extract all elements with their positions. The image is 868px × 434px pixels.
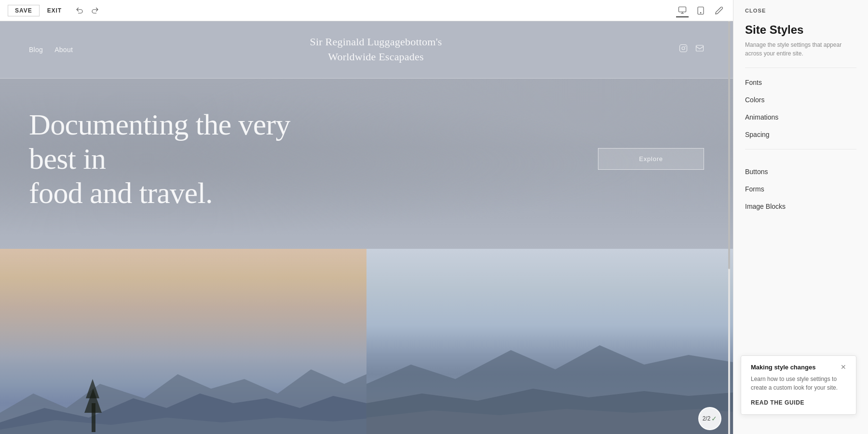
site-header-icons bbox=[679, 44, 704, 55]
preview-site: Blog About Sir Reginald Luggagebottom's … bbox=[0, 21, 733, 434]
tablet-view-button[interactable] bbox=[694, 4, 707, 17]
toolbar: SAVE EXIT bbox=[0, 0, 733, 21]
toast-title: Making style changes bbox=[751, 364, 815, 371]
check-badge: ✓ bbox=[711, 415, 717, 422]
menu-item-forms[interactable]: Forms bbox=[733, 180, 868, 198]
editor-area: SAVE EXIT bbox=[0, 0, 733, 434]
site-nav: Blog About bbox=[29, 46, 73, 54]
menu-item-spacing[interactable]: Spacing bbox=[733, 126, 868, 143]
undo-button[interactable] bbox=[73, 4, 86, 17]
redo-button[interactable] bbox=[89, 4, 101, 17]
nav-about-link[interactable]: About bbox=[54, 46, 73, 54]
hero-cta: Explore bbox=[598, 148, 704, 170]
image-block-left bbox=[0, 249, 366, 434]
svg-marker-12 bbox=[366, 409, 733, 434]
undo-icon bbox=[75, 6, 84, 15]
redo-icon bbox=[91, 6, 99, 15]
menu-item-buttons[interactable]: Buttons bbox=[733, 163, 868, 180]
scroll-thumb bbox=[728, 21, 730, 269]
menu-item-animations[interactable]: Animations bbox=[733, 108, 868, 126]
svg-rect-0 bbox=[679, 7, 686, 12]
site-header: Blog About Sir Reginald Luggagebottom's … bbox=[0, 21, 733, 79]
hero-text: Documenting the very best in food and tr… bbox=[29, 108, 294, 211]
pencil-button[interactable] bbox=[713, 4, 725, 17]
svg-point-2 bbox=[700, 12, 701, 13]
image-block-right bbox=[366, 249, 733, 434]
toast-close-button[interactable]: ✕ bbox=[841, 364, 846, 370]
panel-subtitle: Manage the style settings that appear ac… bbox=[745, 41, 856, 58]
toast-header: Making style changes ✕ bbox=[751, 364, 846, 371]
tree-silhouette bbox=[92, 403, 95, 432]
toast-body: Learn how to use style settings to creat… bbox=[751, 375, 846, 392]
desktop-icon bbox=[678, 6, 687, 14]
panel-header: Site Styles Manage the style settings th… bbox=[733, 21, 868, 66]
hero-section: Documenting the very best in food and tr… bbox=[0, 79, 733, 249]
svg-rect-6 bbox=[696, 45, 703, 51]
menu-item-image-blocks[interactable]: Image Blocks bbox=[733, 198, 868, 215]
view-toggle bbox=[676, 4, 725, 17]
email-icon[interactable] bbox=[695, 44, 704, 55]
undo-redo-group bbox=[73, 4, 101, 17]
hero-heading: Documenting the very best in food and tr… bbox=[29, 108, 294, 211]
panel-close-button[interactable]: CLOSE bbox=[733, 0, 868, 21]
mountain-svg-left bbox=[0, 345, 366, 434]
instagram-icon[interactable] bbox=[679, 44, 688, 55]
mountain-svg-right bbox=[366, 326, 733, 434]
panel-divider-1 bbox=[745, 68, 856, 68]
panel-title: Site Styles bbox=[745, 23, 856, 37]
toast-notification: Making style changes ✕ Learn how to use … bbox=[741, 355, 856, 415]
svg-point-4 bbox=[682, 47, 685, 50]
panel-menu-2: Buttons Forms Image Blocks bbox=[733, 159, 868, 219]
panel-divider-2 bbox=[745, 149, 856, 149]
exit-button[interactable]: EXIT bbox=[43, 5, 66, 16]
nav-blog-link[interactable]: Blog bbox=[29, 46, 43, 54]
site-title-center: Sir Reginald Luggagebottom's Worldwide E… bbox=[310, 35, 442, 65]
save-button[interactable]: SAVE bbox=[8, 5, 40, 16]
svg-point-5 bbox=[685, 46, 686, 47]
image-grid bbox=[0, 249, 733, 434]
desktop-view-button[interactable] bbox=[676, 4, 689, 17]
menu-item-fonts[interactable]: Fonts bbox=[733, 74, 868, 91]
panel-gap bbox=[733, 151, 868, 159]
svg-rect-3 bbox=[679, 45, 687, 52]
site-title: Sir Reginald Luggagebottom's Worldwide E… bbox=[310, 35, 442, 65]
toast-read-guide-button[interactable]: READ THE GUIDE bbox=[751, 399, 804, 406]
preview-wrapper: Blog About Sir Reginald Luggagebottom's … bbox=[0, 21, 733, 434]
right-panel: CLOSE Site Styles Manage the style setti… bbox=[733, 0, 868, 434]
explore-button[interactable]: Explore bbox=[598, 148, 704, 170]
tablet-icon bbox=[696, 6, 705, 15]
panel-menu: Fonts Colors Animations Spacing bbox=[733, 70, 868, 147]
scroll-indicator[interactable] bbox=[728, 21, 730, 434]
pencil-icon bbox=[715, 6, 723, 15]
menu-item-colors[interactable]: Colors bbox=[733, 91, 868, 108]
